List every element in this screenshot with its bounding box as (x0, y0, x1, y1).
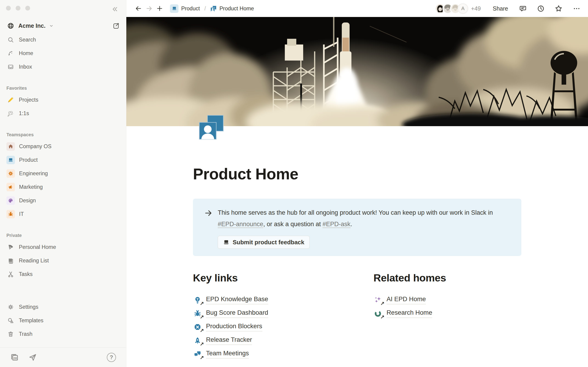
megaphone-icon (6, 183, 15, 191)
sidebar-item-product[interactable]: Product (3, 153, 123, 167)
breadcrumb-separator: / (204, 6, 206, 12)
sidebar-item-settings[interactable]: Settings (3, 300, 123, 314)
sidebar-collapse-button[interactable] (110, 5, 120, 14)
updates-button[interactable] (536, 3, 545, 14)
comments-button[interactable] (518, 3, 527, 14)
page-link-bug-score-dashboard[interactable]: ↗ Bug Score Dashboard (193, 307, 268, 320)
sidebar-item-it[interactable]: IT (3, 207, 123, 221)
sidebar-item-company-os[interactable]: Company OS (3, 140, 123, 153)
page-link-ai-epd-home[interactable]: ↗ AI EPD Home (373, 293, 426, 307)
sidebar-item-label: Tasks (19, 271, 33, 277)
slack-channel-link[interactable]: #EPD-ask (322, 221, 351, 228)
external-arrow-icon: ↗ (200, 342, 204, 347)
sidebar-item-label: Design (19, 198, 36, 204)
sidebar-item-label: Templates (19, 317, 43, 324)
question-mark-icon: ? (110, 354, 113, 361)
page-link-research-home[interactable]: ↗ Research Home (373, 307, 432, 320)
page-link-team-meetings[interactable]: ↗ Team Meetings (193, 347, 249, 361)
sidebar-item-label: Engineering (19, 170, 48, 177)
callout-text: This home serves as the hub for all ongo… (218, 207, 510, 230)
avatar-overflow-letter: A (458, 3, 468, 14)
sidebar-item-design[interactable]: Design (3, 194, 123, 207)
favorite-button[interactable] (554, 3, 563, 14)
zoom-window-button[interactable] (25, 6, 30, 10)
external-arrow-icon: ↗ (380, 301, 384, 306)
sidebar-footer: Settings Templates Trash (0, 300, 126, 341)
minimize-window-button[interactable] (16, 6, 20, 10)
slack-channel-link[interactable]: #EPD-announce (218, 221, 263, 228)
two-column-layout: Key links ↗ EPD Knowledge Base (193, 272, 521, 361)
button-label: Submit product feedback (233, 239, 304, 246)
sidebar-item-templates[interactable]: Templates (3, 314, 123, 327)
page-title[interactable]: Product Home (193, 165, 521, 183)
sidebar-item-marketing[interactable]: Marketing (3, 180, 123, 194)
new-tab-button[interactable] (154, 3, 165, 14)
more-options-button[interactable] (572, 3, 581, 14)
arrow-right-icon (146, 5, 153, 12)
person-card-icon (210, 6, 216, 12)
globe-icon (6, 22, 15, 30)
settings-gear-icon (6, 303, 15, 311)
page-link-release-tracker[interactable]: ↗ Release Tracker (193, 334, 252, 347)
help-button[interactable]: ? (107, 353, 116, 362)
sidebar-item-search[interactable]: Search (3, 33, 123, 47)
callout-block: This home serves as the hub for all ongo… (193, 199, 521, 256)
sidebar-item-reading-list[interactable]: Reading List (3, 254, 123, 267)
breadcrumb-label[interactable]: Product Home (219, 6, 254, 12)
callout-text-segment: , or ask a question at (263, 221, 322, 227)
sidebar-item-label: Inbox (19, 64, 32, 70)
sidebar: Acme Inc. Search (0, 0, 126, 367)
bug-icon: ↗ (193, 309, 202, 318)
breadcrumb-label[interactable]: Product (181, 6, 200, 12)
pencil-icon (6, 96, 15, 104)
book-icon (6, 257, 15, 265)
sidebar-item-trash[interactable]: Trash (3, 327, 123, 341)
page-link-production-blockers[interactable]: ↗ Production Blockers (193, 320, 262, 334)
sidebar-item-tasks[interactable]: Tasks (3, 267, 123, 281)
page-link-epd-knowledge-base[interactable]: ↗ EPD Knowledge Base (193, 293, 268, 307)
back-button[interactable] (133, 3, 144, 14)
sidebar-item-personal-home[interactable]: Personal Home (3, 240, 123, 254)
share-button[interactable]: Share (490, 3, 510, 14)
page-link-label: EPD Knowledge Base (206, 295, 268, 304)
more-ellipsis-icon (573, 5, 580, 12)
submit-product-feedback-button[interactable]: Submit product feedback (218, 236, 310, 249)
calendar-button[interactable]: 28 (10, 353, 19, 362)
breadcrumb-item-product[interactable] (170, 4, 179, 13)
workspace-switcher[interactable]: Acme Inc. (3, 20, 123, 32)
window-controls[interactable] (0, 6, 126, 10)
person-card-icon[interactable] (198, 114, 225, 140)
favorite-star-icon (555, 5, 562, 12)
inbox-icon (6, 63, 15, 71)
share-page-button[interactable] (28, 353, 37, 361)
sidebar-item-inbox[interactable]: Inbox (3, 60, 123, 74)
page-cover-image[interactable] (126, 17, 588, 126)
close-window-button[interactable] (6, 6, 11, 10)
sidebar-item-label: 1:1s (19, 110, 29, 117)
page-link-label: AI EPD Home (387, 295, 426, 304)
gear-icon (6, 169, 15, 178)
new-page-button[interactable] (112, 22, 120, 29)
calendar-icon: 28 (10, 353, 19, 362)
sidebar-item-projects[interactable]: Projects (3, 93, 123, 107)
search-icon (6, 36, 15, 44)
sidebar-item-label: Settings (19, 304, 38, 310)
forward-button[interactable] (144, 3, 154, 14)
comments-icon (519, 5, 527, 12)
sidebar-item-home[interactable]: Home (3, 47, 123, 60)
sidebar-bottom-bar: 28 ? (0, 347, 126, 367)
thought-balloon-icon (6, 109, 15, 118)
sidebar-item-label: Reading List (19, 258, 49, 264)
presence-avatars[interactable]: A (435, 3, 468, 14)
laptop-icon (223, 239, 229, 245)
callout-text-segment: This home serves as the hub for all ongo… (218, 209, 493, 216)
sidebar-item-1-1s[interactable]: 1:1s (3, 107, 123, 120)
svg-text:28: 28 (13, 356, 17, 360)
house-icon (6, 142, 15, 151)
callout-text-segment: . (351, 221, 352, 227)
topbar: Product / Product Home (126, 0, 588, 17)
sidebar-item-label: Trash (19, 331, 32, 337)
related-homes-column: Related homes ↗ AI EPD Home (373, 272, 521, 361)
sidebar-item-engineering[interactable]: Engineering (3, 167, 123, 180)
donut-chart-icon: ↗ (373, 309, 383, 318)
